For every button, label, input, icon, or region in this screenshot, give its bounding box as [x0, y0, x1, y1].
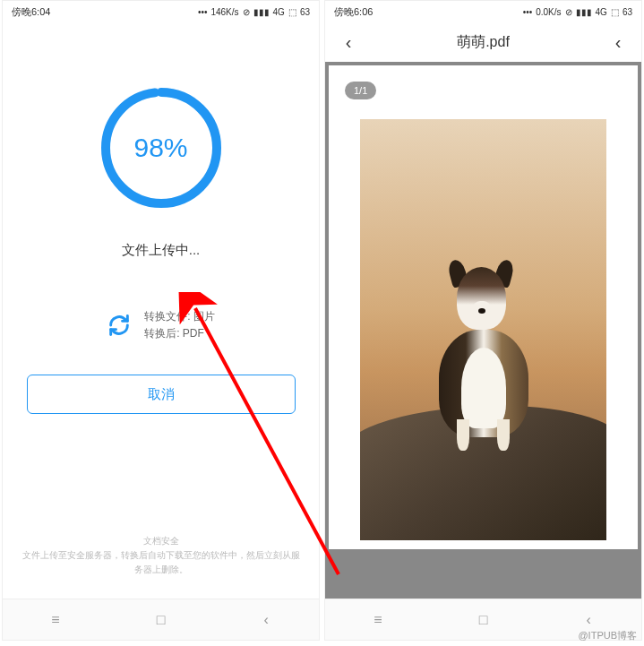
status-bar: 傍晚6:04 ••• 146K/s ⊘ ▮▮▮ 4G ⬚ 63: [3, 1, 319, 22]
signal-icon: ▮▮▮: [253, 7, 270, 17]
pdf-viewer-area[interactable]: 1/1: [325, 62, 641, 599]
pdf-image-content: [360, 119, 606, 540]
status-time: 傍晚6:04: [12, 5, 198, 19]
battery-icon: ⬚: [288, 7, 296, 17]
phone-upload-screen: 傍晚6:04 ••• 146K/s ⊘ ▮▮▮ 4G ⬚ 63 98% 文件上传…: [2, 0, 320, 641]
dnd-icon: ⊘: [565, 7, 572, 17]
back-button[interactable]: ‹: [338, 32, 359, 53]
progress-ring: 98%: [94, 81, 228, 215]
watermark: @ITPUB博客: [578, 629, 637, 642]
upload-status-text: 文件上传中...: [122, 242, 201, 259]
share-button[interactable]: ‹: [607, 32, 629, 53]
dots-icon: •••: [523, 7, 533, 17]
phone-pdf-viewer: 傍晚6:06 ••• 0.0K/s ⊘ ▮▮▮ 4G ⬚ 63 ‹ 萌萌.pdf…: [324, 0, 642, 641]
nav-recent-button[interactable]: ≡: [38, 612, 73, 628]
status-indicators: ••• 0.0K/s ⊘ ▮▮▮ 4G ⬚ 63: [523, 7, 632, 17]
convert-source-label: 转换文件:: [144, 310, 193, 323]
pdf-page: 1/1: [329, 65, 638, 549]
security-title: 文档安全: [21, 534, 301, 548]
nav-home-button[interactable]: □: [465, 612, 501, 628]
convert-source-value: 图片: [193, 310, 215, 323]
nav-recent-button[interactable]: ≡: [360, 612, 396, 628]
convert-info: 转换文件: 图片 转换后: PDF: [107, 308, 215, 342]
dots-icon: •••: [198, 7, 208, 17]
pdf-title: 萌萌.pdf: [359, 33, 607, 52]
status-battery: 63: [623, 7, 632, 17]
navigation-bar: ≡ □ ‹: [3, 599, 319, 640]
security-notice: 文档安全 文件上传至安全服务器，转换后自动下载至您的软件中，然后立刻从服务器上删…: [3, 534, 319, 577]
dnd-icon: ⊘: [243, 7, 250, 17]
nav-back-button[interactable]: ‹: [248, 612, 284, 628]
status-network: 4G: [273, 7, 285, 17]
security-desc: 文件上传至安全服务器，转换后自动下载至您的软件中，然后立刻从服务器上删除。: [21, 548, 301, 577]
page-indicator: 1/1: [345, 82, 376, 99]
status-time: 傍晚6:06: [334, 5, 523, 19]
upload-content: 98% 文件上传中... 转换文件: 图片 转换后: PDF 取消: [3, 22, 319, 599]
convert-text: 转换文件: 图片 转换后: PDF: [144, 308, 215, 342]
pdf-header: ‹ 萌萌.pdf ‹: [325, 22, 641, 62]
signal-icon: ▮▮▮: [576, 7, 592, 17]
status-battery: 63: [300, 7, 310, 17]
refresh-icon: [107, 313, 132, 338]
status-bar: 傍晚6:06 ••• 0.0K/s ⊘ ▮▮▮ 4G ⬚ 63: [325, 1, 641, 22]
nav-back-button[interactable]: ‹: [571, 612, 606, 628]
cancel-button[interactable]: 取消: [27, 375, 296, 414]
nav-home-button[interactable]: □: [142, 612, 178, 628]
convert-target-label: 转换后:: [144, 327, 183, 340]
progress-percent: 98%: [133, 133, 187, 163]
status-speed: 146K/s: [210, 7, 238, 17]
status-indicators: ••• 146K/s ⊘ ▮▮▮ 4G ⬚ 63: [198, 7, 310, 17]
status-speed: 0.0K/s: [536, 7, 561, 17]
convert-target-value: PDF: [183, 327, 204, 340]
status-network: 4G: [596, 7, 607, 17]
battery-icon: ⬚: [611, 7, 619, 17]
